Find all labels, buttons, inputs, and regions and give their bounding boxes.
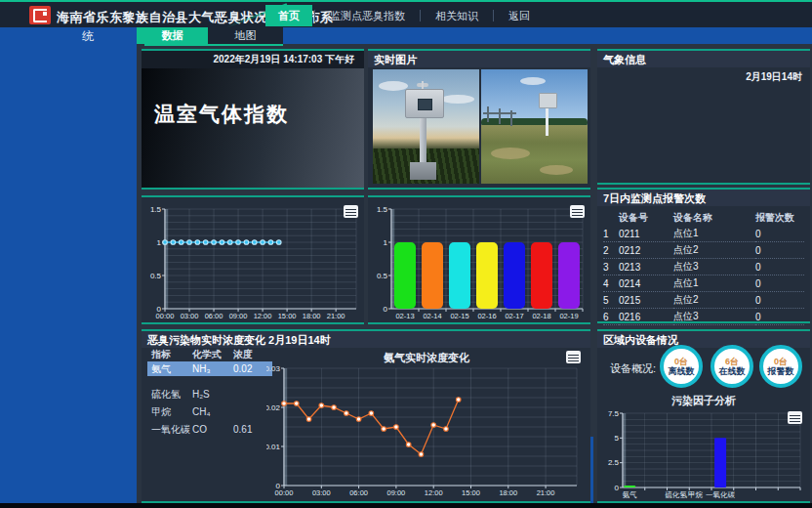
chart-menu-icon[interactable] — [788, 411, 802, 424]
datetime-text: 2022年2月19日 14:17:03 下午好 — [142, 51, 364, 68]
svg-text:12:00: 12:00 — [254, 312, 272, 320]
site-photo-2 — [481, 69, 588, 184]
svg-text:0: 0 — [615, 484, 620, 492]
svg-text:02-16: 02-16 — [477, 312, 496, 320]
svg-text:1: 1 — [157, 238, 162, 247]
table-row[interactable]: 20212点位20 — [603, 242, 804, 259]
fence-post — [499, 108, 501, 124]
chart-menu-icon[interactable] — [566, 351, 581, 363]
nav-odor-index[interactable]: 监测点恶臭指数 — [317, 5, 418, 26]
panel-weather: 气象信息 2月19日14时 — [597, 49, 810, 185]
station-screen — [418, 99, 432, 110]
fence-post — [487, 106, 489, 122]
svg-text:0.02: 0.02 — [266, 403, 281, 412]
pollutant-row-co[interactable]: 一氧化碳CO0.61 — [147, 422, 272, 437]
svg-text:0.5: 0.5 — [150, 272, 162, 280]
svg-text:06:00: 06:00 — [205, 312, 223, 320]
cloud-shape — [441, 95, 474, 104]
svg-text:15:00: 15:00 — [278, 312, 297, 320]
nav-divider — [493, 10, 494, 21]
svg-text:一氧化碳: 一氧化碳 — [706, 490, 736, 499]
panel-photos: 实时图片 — [368, 49, 590, 190]
svg-text:1.5: 1.5 — [150, 205, 162, 214]
svg-text:21:00: 21:00 — [327, 312, 345, 320]
table-row[interactable]: 10211点位10 — [603, 226, 804, 242]
tab-data[interactable]: 数据 — [137, 27, 208, 44]
svg-text:09:00: 09:00 — [229, 312, 248, 320]
station-pole — [420, 117, 426, 164]
sub-bar — [0, 27, 812, 44]
svg-text:2.5: 2.5 — [608, 458, 620, 467]
panel-daily-bars: 00.511.502-1302-1402-1502-1602-1702-1802… — [368, 195, 590, 324]
table-row[interactable]: 40214点位10 — [603, 275, 804, 292]
svg-text:00:00: 00:00 — [275, 488, 294, 497]
svg-text:03:00: 03:00 — [181, 312, 199, 320]
photo-row — [373, 69, 588, 184]
greenhouse-line-chart: 00.511.500:0003:0006:0009:0012:0015:0018… — [143, 199, 362, 324]
nav-divider — [420, 10, 421, 21]
col-device-id: 设备号 — [619, 210, 673, 226]
svg-text:18:00: 18:00 — [499, 488, 517, 497]
table-row[interactable]: 30213点位30 — [603, 259, 804, 275]
panel-alarm-table: 7日内监测点报警次数 设备号 设备名称 报警次数 10211点位10 20212… — [597, 188, 810, 323]
station-base — [410, 162, 436, 180]
nav-divider — [314, 10, 315, 21]
svg-text:02-18: 02-18 — [532, 312, 550, 320]
pollutant-panel-title: 恶臭污染物实时浓度变化 2月19日14时 — [142, 331, 590, 348]
pollution-factor-bar-chart: 02.557.5氨气硫化氢甲烷一氧化碳 — [601, 409, 806, 501]
svg-text:5: 5 — [615, 434, 620, 443]
svg-text:12:00: 12:00 — [425, 488, 443, 497]
tab-underline — [144, 44, 283, 46]
photos-panel-title: 实时图片 — [368, 51, 590, 67]
cloud-shape — [520, 77, 546, 85]
svg-text:氨气: 氨气 — [623, 490, 637, 499]
col-alarm-count: 报警次数 — [755, 210, 804, 226]
svg-text:硫化氢: 硫化氢 — [665, 490, 687, 499]
chart-menu-icon[interactable] — [570, 205, 585, 218]
svg-text:甲烷: 甲烷 — [688, 490, 704, 499]
dirt-patch — [491, 148, 530, 159]
dashboard-root: 海南省乐东黎族自治县大气恶臭状况实时发布系 首页 监测点恶臭指数 相关知识 返回… — [0, 0, 812, 508]
app-logo-icon — [29, 6, 51, 24]
col-device-name: 设备名称 — [673, 210, 755, 226]
nav-back[interactable]: 返回 — [496, 5, 543, 26]
device-overview-label: 设备概况: — [610, 361, 656, 376]
alarm-count-badge: 0台 报警数 — [759, 345, 802, 388]
panel-greenhouse-chart: 00.511.500:0003:0006:0009:0012:0015:0018… — [142, 195, 364, 324]
svg-text:0.01: 0.01 — [266, 443, 281, 451]
table-row[interactable]: 50215点位20 — [603, 292, 804, 309]
panel-devices: 区域内设备情况 设备概况: 0台 离线数 6台 在线数 0台 报警数 污染因子分… — [597, 329, 810, 503]
svg-text:00:00: 00:00 — [156, 312, 175, 320]
svg-text:15:00: 15:00 — [462, 488, 480, 497]
nav-knowledge[interactable]: 相关知识 — [423, 5, 491, 26]
svg-text:18:00: 18:00 — [303, 312, 321, 320]
panel-greenhouse-index: 2022年2月19日 14:17:03 下午好 温室气体指数 — [142, 49, 364, 190]
chart-menu-icon[interactable] — [344, 205, 358, 218]
left-sidebar — [0, 44, 137, 503]
alarm-table-header: 设备号 设备名称 报警次数 — [603, 210, 804, 226]
svg-text:03:00: 03:00 — [312, 488, 331, 497]
ammonia-line-chart: 00.010.020.0300:0003:0006:0009:0012:0015… — [266, 364, 585, 501]
station-box — [539, 93, 557, 108]
svg-text:02-13: 02-13 — [395, 312, 414, 320]
pollutant-row-ch4[interactable]: 甲烷CH₄ — [147, 404, 272, 419]
station-antenna — [422, 81, 424, 89]
svg-text:0.03: 0.03 — [266, 364, 281, 373]
svg-text:09:00: 09:00 — [387, 488, 406, 497]
table-row[interactable]: 60216点位30 — [603, 309, 804, 325]
fence-rail — [483, 112, 516, 114]
svg-text:1.5: 1.5 — [377, 205, 388, 214]
dirt-patch — [540, 165, 573, 175]
pollutant-row-h2s[interactable]: 硫化氢H₂S — [147, 387, 272, 402]
app-title-wrap: 统 — [82, 28, 94, 45]
svg-text:02-19: 02-19 — [559, 312, 578, 320]
weather-panel-title: 气象信息 — [597, 51, 810, 67]
tab-map[interactable]: 地图 — [208, 27, 283, 44]
bottom-edge — [0, 503, 812, 508]
svg-text:0: 0 — [384, 305, 388, 314]
pollution-factor-title: 污染因子分析 — [597, 394, 810, 408]
svg-text:06:00: 06:00 — [349, 488, 368, 497]
weather-time: 2月19日14时 — [597, 67, 810, 84]
pollutant-row-ammonia[interactable]: 氨气NH₃0.02 — [147, 361, 272, 376]
nav-home[interactable]: 首页 — [265, 5, 312, 26]
